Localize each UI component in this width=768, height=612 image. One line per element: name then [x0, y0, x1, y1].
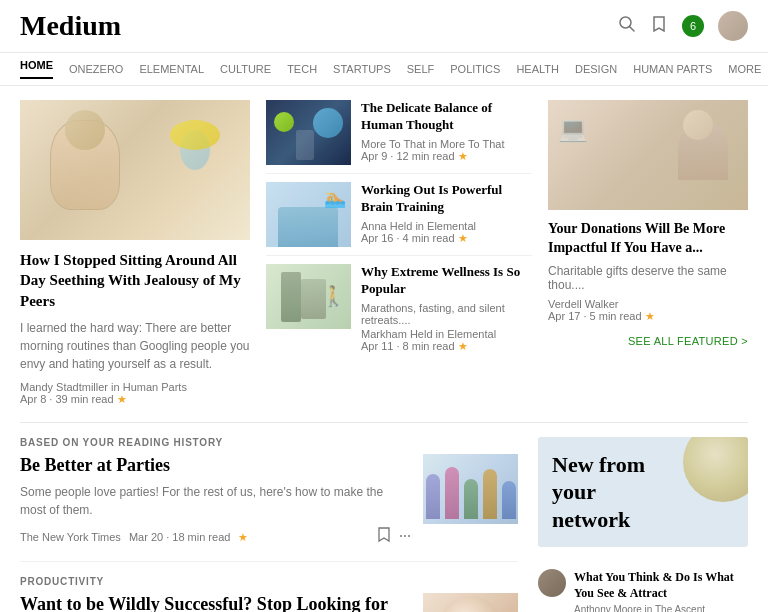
- network-article-1-source: Anthony Moore in The Ascent: [574, 604, 748, 612]
- featured-item-1-title[interactable]: The Delicate Balance of Human Thought: [361, 100, 532, 134]
- featured-section: How I Stopped Sitting Around All Day See…: [20, 100, 748, 423]
- search-icon[interactable]: [618, 15, 636, 37]
- article-1-star: ★: [238, 531, 248, 544]
- articles-list: BASED ON YOUR READING HISTORY Be Better …: [20, 437, 518, 612]
- article-1-meta-row: The New York Times Mar 20 · 18 min read …: [20, 527, 411, 547]
- article-1-desc: Some people love parties! For the rest o…: [20, 483, 411, 519]
- nav-item-politics[interactable]: POLITICS: [450, 63, 500, 75]
- featured-left-meta: Mandy Stadtmiller in Human Parts Apr 8 ·…: [20, 381, 250, 406]
- notifications-badge[interactable]: 6: [682, 15, 704, 37]
- featured-item-3-title[interactable]: Why Extreme Wellness Is So Popular: [361, 264, 532, 298]
- featured-item-2-meta: Apr 16 · 4 min read ★: [361, 232, 532, 245]
- featured-item-2-image: 🏊: [266, 182, 351, 247]
- network-articles: What You Think & Do Is What You See & At…: [538, 561, 748, 612]
- article-1-date: Mar 20 · 18 min read: [129, 531, 231, 543]
- network-title: New fromyournetwork: [552, 451, 734, 534]
- nav-item-self[interactable]: SELF: [407, 63, 435, 75]
- nav-item-human-parts[interactable]: HUMAN PARTS: [633, 63, 712, 75]
- featured-left: How I Stopped Sitting Around All Day See…: [20, 100, 250, 406]
- featured-left-title[interactable]: How I Stopped Sitting Around All Day See…: [20, 250, 250, 311]
- article-2-body: Want to be Wildly Successful? Stop Looki…: [20, 593, 518, 612]
- article-1-author: The New York Times: [20, 531, 121, 543]
- featured-item-3-meta: Apr 11 · 8 min read ★: [361, 340, 532, 353]
- article-1-category: BASED ON YOUR READING HISTORY: [20, 437, 518, 448]
- featured-middle-item-2: 🏊 Working Out Is Powerful Brain Training…: [266, 182, 532, 256]
- nav-item-startups[interactable]: STARTUPS: [333, 63, 391, 75]
- featured-item-2-content: Working Out Is Powerful Brain Training A…: [361, 182, 532, 245]
- nav-item-health[interactable]: HEALTH: [516, 63, 559, 75]
- featured-item-3-image: 🚶: [266, 264, 351, 329]
- bookmark-nav-icon[interactable]: [650, 15, 668, 37]
- main-nav: HOME ONEZERO ELEMENTAL CULTURE TECH STAR…: [0, 53, 768, 86]
- article-item-1: BASED ON YOUR READING HISTORY Be Better …: [20, 437, 518, 562]
- featured-item-1-content: The Delicate Balance of Human Thought Mo…: [361, 100, 532, 163]
- featured-right-title[interactable]: Your Donations Will Be More Impactful If…: [548, 220, 748, 258]
- featured-right: 💻 Your Donations Will Be More Impactful …: [548, 100, 748, 406]
- featured-right-description: Charitable gifts deserve the same thou..…: [548, 264, 748, 292]
- featured-item-1-meta: Apr 9 · 12 min read ★: [361, 150, 532, 163]
- featured-middle-item-1: The Delicate Balance of Human Thought Mo…: [266, 100, 532, 174]
- site-header: Medium 6: [0, 0, 768, 53]
- nav-item-onezero[interactable]: ONEZERO: [69, 63, 123, 75]
- nav-item-design[interactable]: DESIGN: [575, 63, 617, 75]
- network-article-1: What You Think & Do Is What You See & At…: [538, 561, 748, 612]
- featured-middle: The Delicate Balance of Human Thought Mo…: [266, 100, 532, 406]
- nav-item-more[interactable]: MORE: [728, 63, 761, 75]
- network-article-1-title[interactable]: What You Think & Do Is What You See & At…: [574, 569, 748, 601]
- network-box: New fromyournetwork: [538, 437, 748, 548]
- see-all-featured[interactable]: SEE ALL FEATURED >: [548, 333, 748, 349]
- article-1-image: [423, 454, 518, 524]
- main-content: How I Stopped Sitting Around All Day See…: [0, 86, 768, 612]
- featured-item-1-source: More To That in More To That: [361, 138, 532, 150]
- featured-left-image: [20, 100, 250, 240]
- article-item-2: PRODUCTIVITY Want to be Wildly Successfu…: [20, 576, 518, 612]
- svg-line-1: [630, 27, 635, 32]
- featured-item-3-content: Why Extreme Wellness Is So Popular Marat…: [361, 264, 532, 353]
- network-article-1-content: What You Think & Do Is What You See & At…: [574, 569, 748, 612]
- featured-item-1-image: [266, 100, 351, 165]
- nav-item-elemental[interactable]: ELEMENTAL: [139, 63, 204, 75]
- nav-item-tech[interactable]: TECH: [287, 63, 317, 75]
- article-2-title[interactable]: Want to be Wildly Successful? Stop Looki…: [20, 593, 411, 612]
- featured-right-image: 💻: [548, 100, 748, 210]
- network-avatar-1: [538, 569, 566, 597]
- nav-item-home[interactable]: HOME: [20, 59, 53, 79]
- user-avatar[interactable]: [718, 11, 748, 41]
- right-sidebar: New fromyournetwork What You Think & Do …: [538, 437, 748, 612]
- featured-item-3-desc: Marathons, fasting, and silent retreats.…: [361, 302, 532, 326]
- featured-left-description: I learned the hard way: There are better…: [20, 319, 250, 373]
- article-1-title[interactable]: Be Better at Parties: [20, 454, 411, 477]
- featured-right-meta: Verdell Walker Apr 17 · 5 min read ★: [548, 298, 748, 323]
- bottom-section: BASED ON YOUR READING HISTORY Be Better …: [20, 423, 748, 612]
- featured-item-2-source: Anna Held in Elemental: [361, 220, 532, 232]
- featured-item-3-source: Markham Held in Elemental: [361, 328, 532, 340]
- site-logo: Medium: [20, 10, 121, 42]
- header-controls: 6: [618, 11, 748, 41]
- article-1-body: Be Better at Parties Some people love pa…: [20, 454, 518, 547]
- article-2-image: [423, 593, 518, 612]
- article-1-text: Be Better at Parties Some people love pa…: [20, 454, 411, 547]
- nav-item-culture[interactable]: CULTURE: [220, 63, 271, 75]
- article-1-more[interactable]: ···: [399, 529, 411, 545]
- featured-middle-item-3: 🚶 Why Extreme Wellness Is So Popular Mar…: [266, 264, 532, 353]
- featured-item-2-title[interactable]: Working Out Is Powerful Brain Training: [361, 182, 532, 216]
- article-2-category: PRODUCTIVITY: [20, 576, 518, 587]
- article-1-bookmark[interactable]: [377, 527, 391, 547]
- article-2-text: Want to be Wildly Successful? Stop Looki…: [20, 593, 411, 612]
